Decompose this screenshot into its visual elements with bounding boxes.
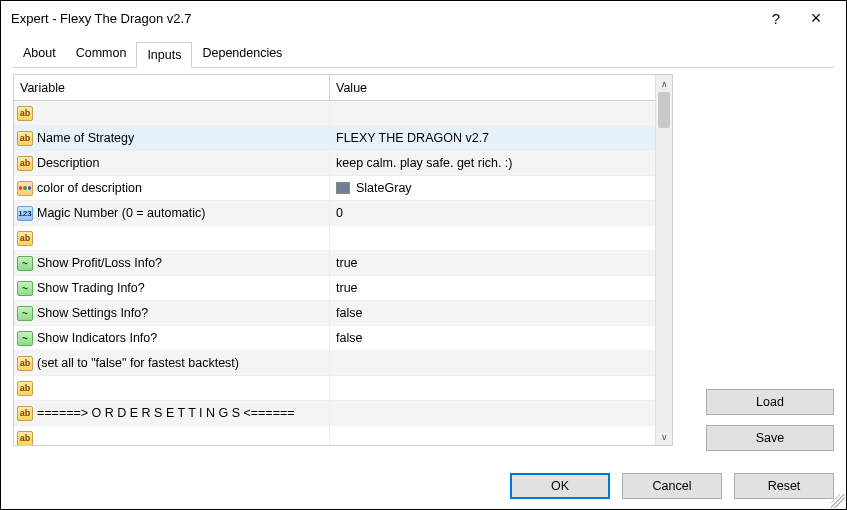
reset-button[interactable]: Reset <box>734 473 834 499</box>
value-text: false <box>336 331 362 345</box>
tab-inputs[interactable]: Inputs <box>136 42 192 68</box>
value-cell[interactable]: SlateGray <box>330 176 655 200</box>
color-type-icon <box>17 181 33 196</box>
table-row[interactable]: ab(set all to "false" for fastest backte… <box>14 351 655 376</box>
table-row[interactable]: ab <box>14 426 655 445</box>
value-cell[interactable]: FLEXY THE DRAGON v2.7 <box>330 126 655 150</box>
value-cell[interactable] <box>330 351 655 375</box>
table-row[interactable]: Show Indicators Info?false <box>14 326 655 351</box>
value-cell[interactable]: 0 <box>330 201 655 225</box>
load-button[interactable]: Load <box>706 389 834 415</box>
string-type-icon: ab <box>17 231 33 246</box>
column-header-value[interactable]: Value <box>330 75 655 100</box>
variable-name: Show Settings Info? <box>37 306 148 320</box>
value-cell[interactable]: true <box>330 276 655 300</box>
cancel-button[interactable]: Cancel <box>622 473 722 499</box>
dialog-window: Expert - Flexy The Dragon v2.7 ? × About… <box>0 0 847 510</box>
value-cell[interactable] <box>330 426 655 445</box>
value-text: true <box>336 256 358 270</box>
value-cell[interactable]: true <box>330 251 655 275</box>
string-type-icon: ab <box>17 156 33 171</box>
tab-common[interactable]: Common <box>66 41 137 67</box>
resize-grip-icon[interactable] <box>831 494 845 508</box>
bool-type-icon <box>17 256 33 271</box>
variable-name: (set all to "false" for fastest backtest… <box>37 356 239 370</box>
column-header-variable[interactable]: Variable <box>14 75 330 100</box>
table-row[interactable]: Show Settings Info?false <box>14 301 655 326</box>
int-type-icon: 123 <box>17 206 33 221</box>
inputs-grid: VariableValueababName of StrategyFLEXY T… <box>13 74 673 446</box>
value-cell[interactable]: false <box>330 301 655 325</box>
variable-name: color of description <box>37 181 142 195</box>
value-text: true <box>336 281 358 295</box>
value-cell[interactable] <box>330 376 655 400</box>
string-type-icon: ab <box>17 406 33 421</box>
value-text: 0 <box>336 206 343 220</box>
value-cell[interactable] <box>330 101 655 125</box>
value-cell[interactable] <box>330 226 655 250</box>
tab-about[interactable]: About <box>13 41 66 67</box>
string-type-icon: ab <box>17 431 33 446</box>
close-button[interactable]: × <box>796 8 836 29</box>
scroll-up-icon[interactable]: ∧ <box>656 75 672 92</box>
table-row[interactable]: ab <box>14 376 655 401</box>
tab-dependencies[interactable]: Dependencies <box>192 41 292 67</box>
table-row[interactable]: abName of StrategyFLEXY THE DRAGON v2.7 <box>14 126 655 151</box>
help-button[interactable]: ? <box>756 10 796 27</box>
table-row[interactable]: ab======> O R D E R S E T T I N G S <===… <box>14 401 655 426</box>
bool-type-icon <box>17 281 33 296</box>
color-swatch-icon <box>336 182 350 194</box>
value-text: false <box>336 306 362 320</box>
variable-name: Magic Number (0 = automatic) <box>37 206 205 220</box>
string-type-icon: ab <box>17 381 33 396</box>
value-cell[interactable]: false <box>330 326 655 350</box>
variable-name: Show Indicators Info? <box>37 331 157 345</box>
variable-name: Show Profit/Loss Info? <box>37 256 162 270</box>
table-row[interactable]: abDescriptionkeep calm. play safe. get r… <box>14 151 655 176</box>
bool-type-icon <box>17 331 33 346</box>
string-type-icon: ab <box>17 106 33 121</box>
value-cell[interactable] <box>330 401 655 425</box>
table-row[interactable]: ab <box>14 226 655 251</box>
bool-type-icon <box>17 306 33 321</box>
value-text: FLEXY THE DRAGON v2.7 <box>336 131 489 145</box>
table-row[interactable]: color of descriptionSlateGray <box>14 176 655 201</box>
value-text: SlateGray <box>356 181 412 195</box>
variable-name: Name of Strategy <box>37 131 134 145</box>
tab-strip: AboutCommonInputsDependencies <box>1 35 846 68</box>
save-button[interactable]: Save <box>706 425 834 451</box>
value-cell[interactable]: keep calm. play safe. get rich. :) <box>330 151 655 175</box>
table-row[interactable]: Show Profit/Loss Info?true <box>14 251 655 276</box>
table-row[interactable]: 123Magic Number (0 = automatic)0 <box>14 201 655 226</box>
variable-name: Description <box>37 156 100 170</box>
string-type-icon: ab <box>17 356 33 371</box>
table-row[interactable]: ab <box>14 101 655 126</box>
ok-button[interactable]: OK <box>510 473 610 499</box>
titlebar: Expert - Flexy The Dragon v2.7 ? × <box>1 1 846 35</box>
window-title: Expert - Flexy The Dragon v2.7 <box>11 11 756 26</box>
value-text: keep calm. play safe. get rich. :) <box>336 156 512 170</box>
table-row[interactable]: Show Trading Info?true <box>14 276 655 301</box>
scroll-down-icon[interactable]: ∨ <box>656 428 672 445</box>
variable-name: Show Trading Info? <box>37 281 145 295</box>
vertical-scrollbar[interactable]: ∧ ∨ <box>655 75 672 445</box>
variable-name: ======> O R D E R S E T T I N G S <=====… <box>37 406 295 420</box>
scroll-thumb[interactable] <box>658 92 670 128</box>
string-type-icon: ab <box>17 131 33 146</box>
